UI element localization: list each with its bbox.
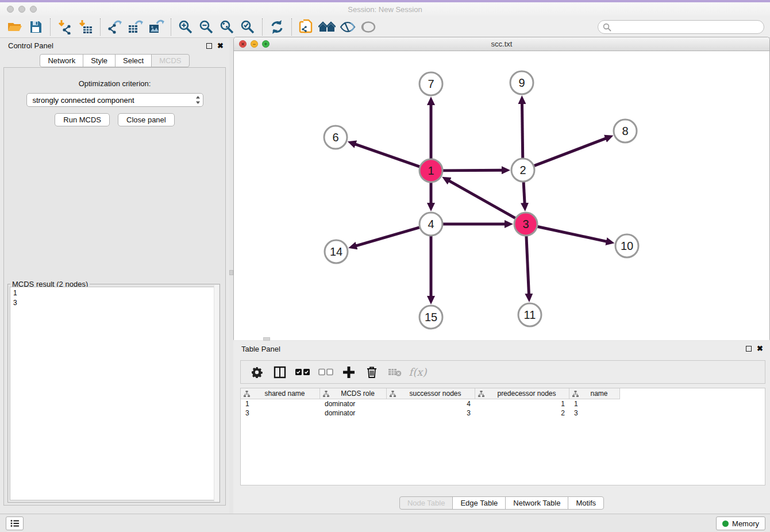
network-canvas[interactable]: 7968124314101511 [234, 51, 769, 340]
graph-edge-3-1[interactable] [449, 181, 515, 219]
graph-edge-3-10[interactable] [537, 226, 607, 241]
task-history-button[interactable] [6, 516, 24, 530]
network-window-titlebar[interactable]: ✕ − + scc.txt [234, 37, 769, 51]
table-cell[interactable]: 3 [387, 408, 475, 418]
tab-network[interactable]: Network [40, 54, 83, 67]
mcds-panel-content: Optimization criterion: strongly connect… [3, 67, 226, 506]
refresh-icon[interactable] [267, 18, 287, 36]
table-cell[interactable]: 3 [569, 408, 620, 418]
open-file-icon[interactable] [5, 18, 25, 36]
column-header-name[interactable]: name [569, 388, 620, 399]
memory-button[interactable]: Memory [716, 516, 765, 530]
table-cell[interactable]: 1 [569, 399, 620, 408]
delete-table-icon[interactable] [384, 363, 405, 382]
table-cell[interactable]: 1 [475, 399, 569, 408]
import-table-icon[interactable] [75, 18, 96, 36]
column-header-successor-nodes[interactable]: successor nodes [387, 388, 475, 399]
table-row[interactable]: 3dominator323 [241, 408, 765, 418]
table-body: 1dominator4113dominator323 [241, 399, 765, 418]
show-hide-graphics-icon[interactable] [337, 18, 358, 36]
memory-status-icon [722, 521, 729, 527]
network-minimize-button[interactable]: − [251, 40, 258, 48]
network-close-button[interactable]: ✕ [239, 40, 247, 48]
horizontal-splitter-grabber[interactable] [263, 337, 270, 341]
export-image-icon[interactable] [146, 18, 167, 36]
float-table-panel-icon[interactable] [746, 346, 752, 352]
tab-style[interactable]: Style [83, 54, 116, 67]
graph-edge-2-3[interactable] [523, 182, 525, 203]
search-input[interactable] [611, 21, 764, 33]
close-panel-icon[interactable]: ✖ [217, 43, 224, 49]
delete-column-icon[interactable] [361, 363, 382, 382]
two-houses-icon[interactable] [317, 18, 337, 36]
zoom-in-icon[interactable] [175, 18, 196, 36]
criterion-dropdown[interactable]: strongly connected component [26, 93, 203, 107]
graph-edge-4-14[interactable] [356, 228, 420, 246]
function-builder-icon[interactable]: f(x) [407, 363, 428, 382]
table-row[interactable]: 1dominator411 [241, 399, 765, 408]
toolbar-separator [291, 18, 292, 36]
graph-node-label-2: 2 [519, 164, 526, 176]
column-header-predecessor-nodes[interactable]: predecessor nodes [475, 388, 569, 399]
column-header-MCDS-role[interactable]: MCDS role [320, 388, 387, 399]
birds-eye-view-icon[interactable] [358, 18, 379, 36]
close-table-panel-icon[interactable]: ✖ [757, 346, 763, 352]
mcds-result-text[interactable]: 1 3 [10, 287, 218, 500]
graph-edge-3-11[interactable] [526, 236, 529, 294]
table-cell[interactable]: 4 [387, 399, 475, 408]
zoom-fit-icon[interactable] [217, 18, 237, 36]
graph-node-label-9: 9 [518, 76, 525, 89]
table-cell[interactable]: dominator [320, 399, 387, 408]
column-chooser-icon[interactable] [270, 363, 290, 382]
table-cell[interactable]: 3 [241, 408, 320, 418]
add-column-icon[interactable] [338, 363, 359, 382]
float-panel-icon[interactable] [206, 43, 212, 49]
graph-edge-1-2[interactable] [442, 170, 502, 171]
vertical-splitter[interactable] [229, 38, 233, 514]
duplicate-network-icon[interactable] [296, 18, 317, 36]
criterion-value: strongly connected component [33, 96, 195, 105]
network-view-window: ✕ − + scc.txt 7968124314101511 [233, 37, 770, 340]
graph-node-label-1: 1 [428, 164, 434, 177]
run-mcds-button[interactable]: Run MCDS [55, 113, 110, 126]
tab-node-table[interactable]: Node Table [399, 496, 453, 510]
search-field[interactable] [598, 20, 764, 34]
table-cell[interactable]: 2 [475, 408, 569, 418]
window-titlebar: Session: New Session [0, 2, 770, 16]
select-all-checkboxes-icon[interactable] [292, 363, 313, 382]
save-session-icon[interactable] [25, 18, 46, 36]
tab-motifs[interactable]: Motifs [568, 496, 604, 510]
table-cell[interactable]: 1 [241, 399, 320, 408]
control-panel: Control Panel ✖ Network Style Select MCD… [0, 38, 229, 514]
optimization-criterion-label: Optimization criterion: [4, 79, 225, 88]
zoom-out-icon[interactable] [196, 18, 217, 36]
tab-select[interactable]: Select [115, 54, 152, 67]
deselect-all-checkboxes-icon[interactable] [315, 363, 336, 382]
tab-edge-table[interactable]: Edge Table [452, 496, 506, 510]
tab-mcds[interactable]: MCDS [151, 54, 189, 67]
close-panel-button[interactable]: Close panel [118, 113, 175, 126]
graph-edge-1-6[interactable] [355, 144, 420, 167]
table-header-row: shared nameMCDS rolesuccessor nodesprede… [241, 388, 765, 399]
splitter-grabber[interactable] [229, 270, 233, 275]
import-network-icon[interactable] [55, 18, 75, 36]
toolbar-separator [262, 18, 263, 36]
graph-edge-2-8[interactable] [534, 138, 606, 166]
graph-edge-2-9[interactable] [522, 103, 522, 159]
application-window: Session: New Session [0, 0, 770, 532]
network-zoom-button[interactable]: + [262, 40, 270, 48]
export-table-icon[interactable] [125, 18, 146, 36]
table-panel-title: Table Panel [241, 345, 280, 353]
table-tabs: Node Table Edge Table Network Table Moti… [233, 496, 770, 510]
tab-network-table[interactable]: Network Table [505, 496, 568, 510]
export-network-icon[interactable] [105, 18, 125, 36]
column-header-shared-name[interactable]: shared name [241, 388, 320, 399]
graph-node-label-11: 11 [524, 309, 536, 321]
result-scrollbar[interactable] [214, 285, 219, 502]
zoom-selected-icon[interactable] [237, 18, 258, 36]
network-graph[interactable]: 7968124314101511 [234, 51, 769, 340]
search-icon [603, 23, 611, 32]
table-cell[interactable]: dominator [320, 408, 387, 418]
settings-gear-icon[interactable] [247, 363, 267, 382]
node-table[interactable]: shared nameMCDS rolesuccessor nodesprede… [240, 388, 765, 485]
